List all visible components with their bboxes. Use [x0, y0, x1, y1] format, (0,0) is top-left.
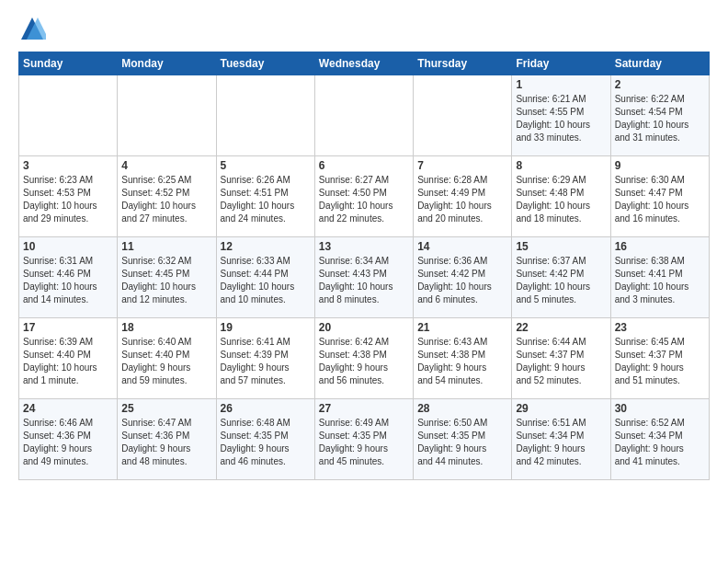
calendar-cell: 10Sunrise: 6:31 AM Sunset: 4:46 PM Dayli… [19, 237, 118, 318]
day-number: 27 [319, 402, 409, 415]
calendar-cell: 19Sunrise: 6:41 AM Sunset: 4:39 PM Dayli… [216, 318, 314, 399]
day-info: Sunrise: 6:23 AM Sunset: 4:53 PM Dayligh… [23, 174, 113, 225]
calendar-cell [414, 75, 512, 156]
day-info: Sunrise: 6:22 AM Sunset: 4:54 PM Dayligh… [615, 93, 705, 144]
day-number: 14 [417, 240, 507, 253]
calendar-cell: 7Sunrise: 6:28 AM Sunset: 4:49 PM Daylig… [414, 156, 512, 237]
day-info: Sunrise: 6:30 AM Sunset: 4:47 PM Dayligh… [615, 174, 705, 225]
day-info: Sunrise: 6:26 AM Sunset: 4:51 PM Dayligh… [221, 174, 311, 225]
calendar-cell: 26Sunrise: 6:48 AM Sunset: 4:35 PM Dayli… [216, 399, 314, 480]
day-number: 13 [319, 240, 409, 253]
calendar-cell: 14Sunrise: 6:36 AM Sunset: 4:42 PM Dayli… [414, 237, 512, 318]
calendar-cell: 16Sunrise: 6:38 AM Sunset: 4:41 PM Dayli… [610, 237, 709, 318]
day-number: 22 [516, 321, 606, 334]
calendar-week-3: 10Sunrise: 6:31 AM Sunset: 4:46 PM Dayli… [19, 237, 710, 318]
calendar-cell [118, 75, 216, 156]
day-number: 21 [417, 321, 507, 334]
day-info: Sunrise: 6:51 AM Sunset: 4:34 PM Dayligh… [516, 417, 606, 468]
day-info: Sunrise: 6:47 AM Sunset: 4:36 PM Dayligh… [121, 417, 211, 468]
day-info: Sunrise: 6:43 AM Sunset: 4:38 PM Dayligh… [417, 336, 507, 387]
header [18, 15, 710, 42]
day-info: Sunrise: 6:50 AM Sunset: 4:35 PM Dayligh… [417, 417, 507, 468]
calendar-cell: 5Sunrise: 6:26 AM Sunset: 4:51 PM Daylig… [216, 156, 314, 237]
calendar-cell: 1Sunrise: 6:21 AM Sunset: 4:55 PM Daylig… [512, 75, 610, 156]
calendar-cell: 30Sunrise: 6:52 AM Sunset: 4:34 PM Dayli… [610, 399, 709, 480]
calendar-cell: 27Sunrise: 6:49 AM Sunset: 4:35 PM Dayli… [314, 399, 413, 480]
day-number: 20 [319, 321, 409, 334]
calendar-cell: 2Sunrise: 6:22 AM Sunset: 4:54 PM Daylig… [610, 75, 709, 156]
day-info: Sunrise: 6:40 AM Sunset: 4:40 PM Dayligh… [121, 336, 211, 387]
day-info: Sunrise: 6:28 AM Sunset: 4:49 PM Dayligh… [417, 174, 507, 225]
weekday-header-saturday: Saturday [610, 52, 709, 75]
calendar-cell: 12Sunrise: 6:33 AM Sunset: 4:44 PM Dayli… [216, 237, 314, 318]
day-number: 8 [516, 159, 606, 172]
calendar-cell: 28Sunrise: 6:50 AM Sunset: 4:35 PM Dayli… [414, 399, 512, 480]
day-info: Sunrise: 6:49 AM Sunset: 4:35 PM Dayligh… [319, 417, 409, 468]
day-info: Sunrise: 6:33 AM Sunset: 4:44 PM Dayligh… [221, 255, 311, 306]
calendar-week-2: 3Sunrise: 6:23 AM Sunset: 4:53 PM Daylig… [19, 156, 710, 237]
weekday-header-thursday: Thursday [414, 52, 512, 75]
calendar-cell: 17Sunrise: 6:39 AM Sunset: 4:40 PM Dayli… [19, 318, 118, 399]
weekday-header-friday: Friday [512, 52, 610, 75]
day-number: 29 [516, 402, 606, 415]
day-number: 10 [23, 240, 113, 253]
day-info: Sunrise: 6:41 AM Sunset: 4:39 PM Dayligh… [221, 336, 311, 387]
day-info: Sunrise: 6:27 AM Sunset: 4:50 PM Dayligh… [319, 174, 409, 225]
day-info: Sunrise: 6:34 AM Sunset: 4:43 PM Dayligh… [319, 255, 409, 306]
day-number: 15 [516, 240, 606, 253]
day-number: 3 [23, 159, 113, 172]
day-info: Sunrise: 6:48 AM Sunset: 4:35 PM Dayligh… [221, 417, 311, 468]
day-info: Sunrise: 6:31 AM Sunset: 4:46 PM Dayligh… [23, 255, 113, 306]
calendar-cell: 21Sunrise: 6:43 AM Sunset: 4:38 PM Dayli… [414, 318, 512, 399]
calendar-week-1: 1Sunrise: 6:21 AM Sunset: 4:55 PM Daylig… [19, 75, 710, 156]
calendar-cell: 20Sunrise: 6:42 AM Sunset: 4:38 PM Dayli… [314, 318, 413, 399]
calendar-cell: 6Sunrise: 6:27 AM Sunset: 4:50 PM Daylig… [314, 156, 413, 237]
day-info: Sunrise: 6:36 AM Sunset: 4:42 PM Dayligh… [417, 255, 507, 306]
day-number: 11 [121, 240, 211, 253]
day-number: 7 [417, 159, 507, 172]
day-info: Sunrise: 6:37 AM Sunset: 4:42 PM Dayligh… [516, 255, 606, 306]
day-number: 9 [615, 159, 705, 172]
day-number: 16 [615, 240, 705, 253]
day-number: 5 [221, 159, 311, 172]
page: SundayMondayTuesdayWednesdayThursdayFrid… [0, 0, 728, 563]
calendar-cell: 9Sunrise: 6:30 AM Sunset: 4:47 PM Daylig… [610, 156, 709, 237]
calendar-cell: 25Sunrise: 6:47 AM Sunset: 4:36 PM Dayli… [118, 399, 216, 480]
day-number: 1 [516, 78, 606, 91]
day-number: 30 [615, 402, 705, 415]
logo-icon [18, 15, 46, 42]
calendar-cell: 18Sunrise: 6:40 AM Sunset: 4:40 PM Dayli… [118, 318, 216, 399]
calendar-cell: 22Sunrise: 6:44 AM Sunset: 4:37 PM Dayli… [512, 318, 610, 399]
logo [18, 15, 48, 42]
calendar-cell: 11Sunrise: 6:32 AM Sunset: 4:45 PM Dayli… [118, 237, 216, 318]
calendar-cell [216, 75, 314, 156]
calendar-cell [314, 75, 413, 156]
day-info: Sunrise: 6:38 AM Sunset: 4:41 PM Dayligh… [615, 255, 705, 306]
calendar-cell [19, 75, 118, 156]
day-number: 18 [121, 321, 211, 334]
day-number: 19 [221, 321, 311, 334]
calendar-cell: 13Sunrise: 6:34 AM Sunset: 4:43 PM Dayli… [314, 237, 413, 318]
day-info: Sunrise: 6:21 AM Sunset: 4:55 PM Dayligh… [516, 93, 606, 144]
day-number: 25 [121, 402, 211, 415]
calendar-cell: 8Sunrise: 6:29 AM Sunset: 4:48 PM Daylig… [512, 156, 610, 237]
day-number: 26 [221, 402, 311, 415]
weekday-header-wednesday: Wednesday [314, 52, 413, 75]
weekday-header-sunday: Sunday [19, 52, 118, 75]
day-number: 2 [615, 78, 705, 91]
day-info: Sunrise: 6:45 AM Sunset: 4:37 PM Dayligh… [615, 336, 705, 387]
weekday-header-row: SundayMondayTuesdayWednesdayThursdayFrid… [19, 52, 710, 75]
calendar-cell: 15Sunrise: 6:37 AM Sunset: 4:42 PM Dayli… [512, 237, 610, 318]
day-number: 23 [615, 321, 705, 334]
day-number: 12 [221, 240, 311, 253]
day-info: Sunrise: 6:39 AM Sunset: 4:40 PM Dayligh… [23, 336, 113, 387]
day-info: Sunrise: 6:42 AM Sunset: 4:38 PM Dayligh… [319, 336, 409, 387]
weekday-header-tuesday: Tuesday [216, 52, 314, 75]
day-info: Sunrise: 6:25 AM Sunset: 4:52 PM Dayligh… [121, 174, 211, 225]
day-info: Sunrise: 6:44 AM Sunset: 4:37 PM Dayligh… [516, 336, 606, 387]
calendar-cell: 3Sunrise: 6:23 AM Sunset: 4:53 PM Daylig… [19, 156, 118, 237]
day-number: 6 [319, 159, 409, 172]
day-info: Sunrise: 6:52 AM Sunset: 4:34 PM Dayligh… [615, 417, 705, 468]
day-info: Sunrise: 6:29 AM Sunset: 4:48 PM Dayligh… [516, 174, 606, 225]
calendar-cell: 23Sunrise: 6:45 AM Sunset: 4:37 PM Dayli… [610, 318, 709, 399]
